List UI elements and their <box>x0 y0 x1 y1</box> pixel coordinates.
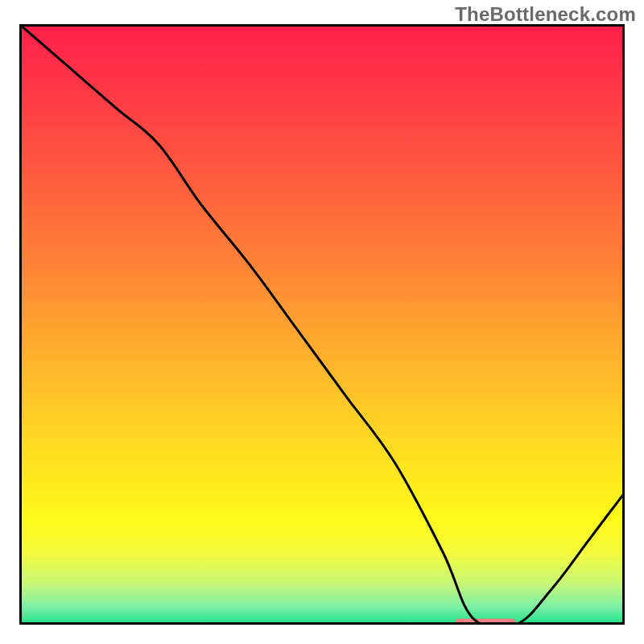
plot-svg <box>19 24 625 625</box>
gradient-background <box>19 24 625 625</box>
chart-frame: TheBottleneck.com <box>0 0 644 644</box>
watermark-text: TheBottleneck.com <box>455 3 636 26</box>
plot-area <box>19 24 625 625</box>
minimum-marker <box>455 619 515 625</box>
